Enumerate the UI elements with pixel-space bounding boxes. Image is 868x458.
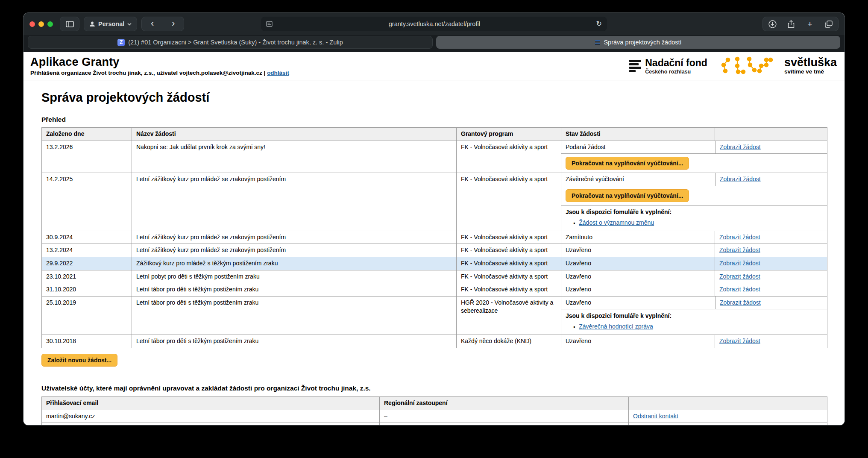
forms-available-label: Jsou k dispozici fomuláře k vyplnění: [566, 312, 672, 319]
users-table-header: Přihlašovací email Regionální zastoupení [42, 397, 827, 410]
view-request-link[interactable]: Zobrazit žádost [719, 247, 760, 253]
cell-action: Zobrazit žádost [715, 244, 827, 257]
close-window-button[interactable] [29, 21, 35, 27]
cell-program: FK - Volnočasové aktivity a sport [456, 173, 561, 231]
cell-name: Letní tábor pro děti s těžkým postižením… [132, 283, 456, 296]
form-link[interactable]: Závěrečná hodnotící zpráva [579, 323, 653, 330]
cell-action: Zobrazit žádost [715, 257, 827, 270]
user-row: martin@sukany.cz – Odstranit kontakt [42, 410, 827, 423]
tab-bar: Z (21) #01 Organizacni > Grant Svetluska… [23, 35, 845, 52]
zoom-window-button[interactable] [47, 21, 53, 27]
view-request-link[interactable]: Zobrazit žádost [720, 299, 761, 306]
page-content: Aplikace Granty Přihlášená organizace Ži… [23, 52, 845, 425]
site-header: Aplikace Granty Přihlášená organizace Ži… [23, 52, 845, 80]
cell-action: Zobrazit žádost [715, 297, 827, 309]
cell-action: Zobrazit žádost [715, 231, 827, 244]
window-controls [29, 21, 53, 27]
header-user-actions [628, 397, 827, 410]
cell-name: Letní pobyt pro děti s těžkým postižením… [132, 270, 456, 283]
cell-action: Zobrazit žádost [715, 173, 827, 186]
new-tab-button[interactable]: + [801, 20, 819, 28]
cell-date: 30.10.2018 [42, 335, 132, 348]
cell-program: FK - Volnočasové aktivity a sport [456, 283, 561, 296]
cell-name: Letní zážitkový kurz pro mládež se zrako… [132, 231, 456, 244]
logos: Nadační fond Českého rozhlasu [629, 56, 837, 76]
cell-status: Uzavřeno [561, 270, 715, 283]
cell-name: Nakopni se: Jak udělat prvník krok za sv… [132, 141, 456, 173]
cell-program: FK - Volnočasové aktivity a sport [456, 231, 561, 244]
view-request-link[interactable]: Zobrazit žádost [719, 234, 760, 241]
cell-action: Zobrazit žádost [715, 141, 827, 154]
svetluska-logo: světluška svítíme ve tmě [784, 57, 837, 75]
table-row: 25.10.2019 Letní tábor pro děti s těžkým… [42, 296, 827, 335]
logout-link[interactable]: odhlásit [267, 70, 289, 76]
header-name: Název žádosti [132, 128, 456, 141]
firefly-constellation-icon [718, 56, 773, 76]
reload-button[interactable]: ↻ [596, 21, 602, 27]
history-nav: ‹ › [141, 17, 184, 31]
cell-program: Každý něco dokáže (KND) [456, 335, 561, 348]
sidebar-toggle-button[interactable] [60, 17, 79, 31]
form-link[interactable]: Žádost o významnou změnu [579, 219, 654, 226]
tab-overview-button[interactable] [819, 21, 838, 28]
view-request-link[interactable]: Zobrazit žádost [720, 176, 761, 182]
view-request-link[interactable]: Zobrazit žádost [719, 338, 760, 344]
cell-action: Zobrazit žádost [715, 270, 827, 283]
form-list-item: Závěrečná hodnotící zpráva [573, 323, 672, 330]
cell-date: 31.10.2020 [42, 283, 132, 296]
cell-program: HGŘ 2020 - Volnočasové aktivity a sebere… [456, 297, 561, 335]
url-text: granty.svetluska.net/zadatel/profil [273, 21, 596, 27]
applications-table: Založeno dne Název žádosti Grantový prog… [41, 127, 827, 348]
page-title: Správa projektových žádostí [41, 91, 827, 105]
view-request-link[interactable]: Zobrazit žádost [719, 260, 760, 267]
header-email: Přihlašovací email [42, 397, 379, 410]
tab-sprava-zadosti[interactable]: Správa projektových žádostí [436, 36, 840, 49]
cell-user-action: Odstranit kontakt [628, 410, 827, 423]
forward-button[interactable]: › [163, 19, 184, 29]
minimize-window-button[interactable] [38, 21, 44, 27]
cell-date: 13.2.2026 [42, 141, 132, 173]
cell-email: petra.benedikova@zivotjinak.cz [42, 423, 379, 425]
continue-accounting-button[interactable]: Pokračovat na vyplňování vyúčtování... [566, 189, 689, 202]
login-info: Přihlášená organizace Život trochu jinak… [30, 70, 289, 76]
view-request-link[interactable]: Zobrazit žádost [720, 144, 761, 150]
table-row: 13.2.2026 Nakopni se: Jak udělat prvník … [42, 141, 827, 173]
cell-email: martin@sukany.cz [42, 410, 379, 423]
download-icon [768, 20, 777, 28]
cell-program: FK - Volnočasové aktivity a sport [456, 257, 561, 270]
browser-toolbar: Personal ‹ › granty.svetluska.net/zadate… [23, 13, 845, 35]
applications-table-header: Založeno dne Název žádosti Grantový prog… [42, 128, 827, 141]
cell-program: FK - Volnočasové aktivity a sport [456, 270, 561, 283]
tab-zulip[interactable]: Z (21) #01 Organizacni > Grant Svetluska… [28, 36, 433, 49]
cell-name: Zážitkový kurz pro mládež s těžkým posti… [132, 257, 456, 270]
cesky-rozhlas-bars-icon [629, 60, 641, 72]
cell-action: Zobrazit žádost [715, 283, 827, 296]
chevron-down-icon [127, 23, 132, 26]
new-request-button[interactable]: Založit novou žádost... [41, 354, 117, 367]
tab-label: (21) #01 Organizacni > Grant Svetluska (… [128, 39, 343, 46]
table-row: 14.2.2025 Letní zážitkový kurz pro mláde… [42, 173, 827, 231]
view-request-link[interactable]: Zobrazit žádost [719, 286, 760, 293]
cell-name: Letní tábor pro děti s těžkým postižením… [132, 335, 456, 348]
cell-user-action: Odstranit kontakt [628, 423, 827, 425]
tabs-icon [825, 21, 833, 28]
profile-switcher[interactable]: Personal [84, 17, 137, 31]
users-heading: Uživatelské účty, které mají oprávnění u… [41, 385, 827, 392]
overview-heading: Přehled [41, 116, 827, 123]
back-button[interactable]: ‹ [142, 19, 163, 29]
sv-logo-title: světluška [784, 57, 837, 68]
remove-contact-link[interactable]: Odstranit kontakt [633, 413, 678, 420]
header-region: Regionální zastoupení [379, 397, 628, 410]
cell-status: Uzavřeno [561, 283, 715, 296]
address-bar[interactable]: granty.svetluska.net/zadatel/profil ↻ [261, 17, 607, 31]
cell-status: Uzavřeno [561, 257, 715, 270]
header-program: Grantový program [456, 128, 561, 141]
share-button[interactable] [782, 20, 801, 28]
page-settings-icon[interactable] [266, 21, 273, 27]
cell-name: Letní zážitkový kurz pro mládež se zrako… [132, 173, 456, 231]
downloads-button[interactable] [763, 20, 782, 28]
continue-accounting-button[interactable]: Pokračovat na vyplňování vyúčtování... [566, 157, 689, 170]
header-date: Založeno dne [42, 128, 132, 141]
grants-favicon-icon [595, 40, 600, 45]
view-request-link[interactable]: Zobrazit žádost [719, 273, 760, 280]
